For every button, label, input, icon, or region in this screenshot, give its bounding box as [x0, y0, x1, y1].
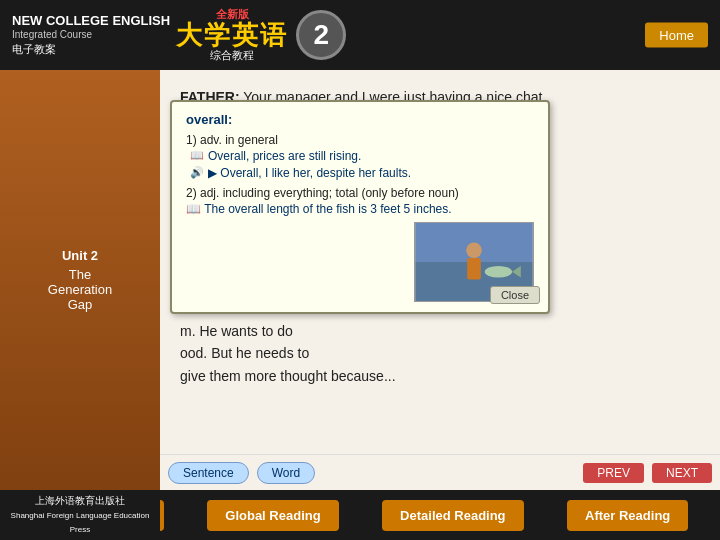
popup-examples: 📖 Overall, prices are still rising. 🔊 ▶ …	[190, 149, 534, 180]
header-logo-area: NEW COLLEGE ENGLISH Integrated Course 电子…	[12, 13, 170, 57]
header-unit-number: 2	[296, 10, 346, 60]
sentence-button[interactable]: Sentence	[168, 462, 249, 484]
book-icon: 📖	[190, 149, 204, 162]
left-panel: Unit 2 The Generation Gap	[0, 70, 160, 490]
popup-def2-example: 📖 The overall length of the fish is 3 fe…	[186, 202, 534, 216]
publisher-text: 上海外语教育出版社 Shanghai Foreign Language Educ…	[0, 494, 160, 536]
popup-word: overall:	[186, 112, 534, 127]
svg-point-3	[466, 243, 482, 259]
header-cn-big: 大学英语	[176, 22, 288, 48]
unit-gap: Gap	[68, 297, 93, 312]
unit-label: Unit 2	[62, 248, 98, 263]
header-title-en: NEW COLLEGE ENGLISH	[12, 13, 170, 29]
header-logo-cn: 全新版 大学英语 综合教程	[176, 7, 288, 63]
prev-button[interactable]: PREV	[583, 463, 644, 483]
popup-def1: 1) adv. in general	[186, 133, 534, 147]
publisher-logo: 上海外语教育出版社 Shanghai Foreign Language Educ…	[0, 490, 160, 540]
content-para2-6: give them more thought because...	[180, 365, 700, 387]
tab-detailed-reading[interactable]: Detailed Reading	[382, 500, 523, 531]
content-para2-5: ood. But he needs to	[180, 342, 700, 364]
speaker-icon: 🔊	[190, 166, 204, 179]
tab-bar: 上海外语教育出版社 Shanghai Foreign Language Educ…	[0, 490, 720, 540]
svg-point-5	[485, 266, 512, 278]
popup-definition: overall: 1) adv. in general 📖 Overall, p…	[170, 100, 550, 314]
popup-def2: 2) adj. including everything; total (onl…	[186, 186, 534, 200]
header-label-cn: 电子教案	[12, 42, 170, 57]
popup-example2: 🔊 ▶ Overall, I like her, despite her fau…	[190, 166, 534, 180]
nav-bar: Sentence Word PREV NEXT	[160, 454, 720, 490]
main-content-area: FATHER: Your manager and I were just hav…	[160, 70, 720, 490]
svg-rect-4	[467, 258, 481, 279]
home-button[interactable]: Home	[645, 23, 708, 48]
header-cn-sub: 综合教程	[210, 48, 254, 63]
popup-image-area	[186, 222, 534, 302]
header: NEW COLLEGE ENGLISH Integrated Course 电子…	[0, 0, 720, 70]
unit-title: The	[69, 267, 91, 282]
tab-global-reading[interactable]: Global Reading	[207, 500, 338, 531]
unit-generation: Generation	[48, 282, 112, 297]
header-subtitle-en: Integrated Course	[12, 29, 170, 40]
content-para2-4: m. He wants to do	[180, 320, 700, 342]
popup-example1: 📖 Overall, prices are still rising.	[190, 149, 534, 163]
tab-after-reading[interactable]: After Reading	[567, 500, 688, 531]
book-icon2: 📖	[186, 202, 201, 216]
word-button[interactable]: Word	[257, 462, 315, 484]
popup-close-button[interactable]: Close	[490, 286, 540, 304]
next-button[interactable]: NEXT	[652, 463, 712, 483]
